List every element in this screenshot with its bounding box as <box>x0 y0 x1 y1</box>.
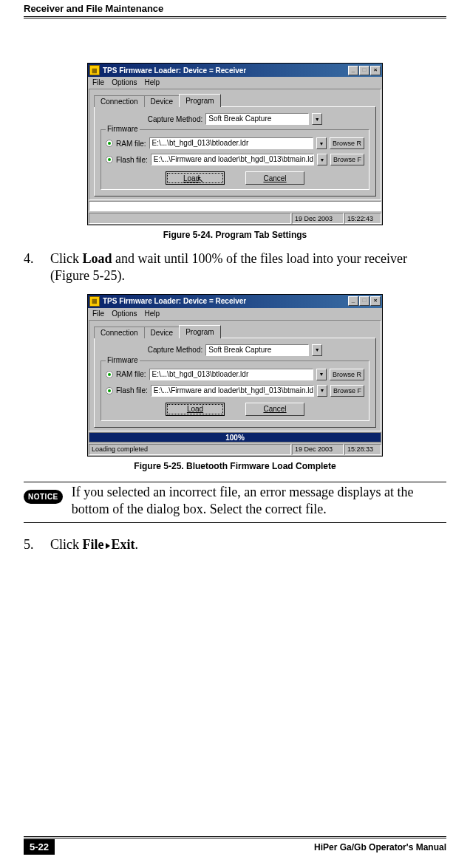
capture-method-select[interactable]: Soft Break Capture <box>205 344 309 356</box>
status-message <box>89 213 291 224</box>
menu-options[interactable]: Options <box>112 310 137 318</box>
titlebar: ▦ TPS Firmware Loader: Device = Receiver… <box>88 295 382 308</box>
flash-file-input[interactable]: E:\...\Firmware and loader\bt_hgdl_013\b… <box>151 154 314 165</box>
ram-file-label: RAM file: <box>116 370 146 378</box>
dropdown-icon[interactable]: ▼ <box>317 385 327 397</box>
browse-flash-button[interactable]: Browse F <box>330 154 364 165</box>
close-button[interactable]: × <box>370 66 381 75</box>
load-button[interactable]: Load↖ <box>166 171 225 185</box>
footer-rule-thick <box>24 838 446 838</box>
menu-options[interactable]: Options <box>112 78 137 86</box>
menu-help[interactable]: Help <box>145 78 160 86</box>
cursor-icon: ↖ <box>197 177 204 182</box>
step-5: 5. Click FileExit. <box>24 536 446 553</box>
page-number: 5-22 <box>24 839 55 855</box>
step-text: Click FileExit. <box>50 536 446 553</box>
flash-file-radio[interactable] <box>106 387 113 394</box>
step-number: 4. <box>24 250 50 285</box>
ram-file-radio[interactable] <box>106 140 113 147</box>
footer-manual-title: HiPer Ga/Gb Operator's Manual <box>55 842 446 852</box>
dropdown-icon[interactable]: ▼ <box>317 154 327 165</box>
maximize-button[interactable]: □ <box>359 66 369 75</box>
step-number: 5. <box>24 536 50 553</box>
status-date: 19 Dec 2003 <box>292 213 344 224</box>
window-control-group: _ □ × <box>348 296 381 306</box>
tab-device[interactable]: Device <box>144 327 180 338</box>
flash-file-radio[interactable] <box>106 156 113 163</box>
menubar: File Options Help <box>88 308 382 319</box>
browse-ram-button[interactable]: Browse R <box>330 137 364 149</box>
client-area: Connection Device Program Capture Method… <box>89 89 381 200</box>
tab-connection[interactable]: Connection <box>94 95 145 107</box>
cancel-button[interactable]: Cancel <box>245 403 304 416</box>
tab-program[interactable]: Program <box>179 325 220 338</box>
menu-file[interactable]: File <box>92 78 104 86</box>
tab-page-program: Capture Method: Soft Break Capture ▼ Fir… <box>94 106 376 197</box>
dropdown-icon[interactable]: ▼ <box>312 113 322 125</box>
tab-program[interactable]: Program <box>179 94 220 107</box>
capture-method-label: Capture Method: <box>148 346 203 354</box>
tab-page-program: Capture Method: Soft Break Capture ▼ Fir… <box>94 338 376 428</box>
browse-ram-button[interactable]: Browse R <box>330 369 364 380</box>
browse-flash-button[interactable]: Browse F <box>330 385 364 397</box>
firmware-legend: Firmware <box>106 356 140 364</box>
status-bar: Loading completed 19 Dec 2003 15:28:33 <box>88 443 382 456</box>
ram-file-label: RAM file: <box>116 140 146 148</box>
header-title: Receiver and File Maintenance <box>24 3 163 14</box>
window-title: TPS Firmware Loader: Device = Receiver <box>103 66 348 75</box>
status-message: Loading completed <box>89 444 291 455</box>
firmware-group: Firmware RAM file: E:\...\bt_hgdl_013\bt… <box>101 129 369 190</box>
minimize-button[interactable]: _ <box>348 66 358 75</box>
running-header: Receiver and File Maintenance <box>24 0 446 16</box>
capture-method-select[interactable]: Soft Break Capture <box>205 113 309 125</box>
header-rule-thick <box>24 16 446 17</box>
header-rule-thin <box>24 18 446 18</box>
notice-box: NOTICE If you selected an incorrect file… <box>24 482 446 522</box>
figure-caption: Figure 5-25. Bluetooth Firmware Load Com… <box>24 461 446 471</box>
page-footer: 5-22 HiPer Ga/Gb Operator's Manual <box>0 836 470 855</box>
dropdown-icon[interactable]: ▼ <box>316 137 327 149</box>
menu-help[interactable]: Help <box>145 310 160 318</box>
menubar: File Options Help <box>88 77 382 88</box>
maximize-button[interactable]: □ <box>359 296 369 306</box>
figure-5-25: ▦ TPS Firmware Loader: Device = Receiver… <box>24 294 446 457</box>
tab-connection[interactable]: Connection <box>94 327 145 338</box>
figure-caption: Figure 5-24. Program Tab Settings <box>24 230 446 240</box>
client-area: Connection Device Program Capture Method… <box>89 320 381 431</box>
tab-device[interactable]: Device <box>144 95 180 107</box>
load-button[interactable]: Load <box>166 403 225 416</box>
menu-arrow-icon <box>106 543 110 549</box>
step-text: Click Load and wait until 100% of the fi… <box>50 250 446 285</box>
ram-file-input[interactable]: E:\...\bt_hgdl_013\btloader.ldr <box>149 137 313 149</box>
flash-file-label: Flash file: <box>116 156 148 164</box>
window-control-group: _ □ × <box>348 66 381 75</box>
close-button[interactable]: × <box>370 296 381 306</box>
notice-badge: NOTICE <box>24 490 63 504</box>
window-title: TPS Firmware Loader: Device = Receiver <box>103 297 348 305</box>
progress-bar: 100% <box>89 432 381 442</box>
app-window: ▦ TPS Firmware Loader: Device = Receiver… <box>87 294 383 457</box>
menu-file[interactable]: File <box>92 310 104 318</box>
app-icon: ▦ <box>89 65 100 75</box>
status-time: 15:28:33 <box>344 444 381 455</box>
ram-file-radio[interactable] <box>106 371 113 378</box>
notice-text: If you selected an incorrect file, an er… <box>72 484 446 518</box>
tab-strip: Connection Device Program <box>94 94 376 107</box>
notice-rule-bottom <box>24 522 446 523</box>
step-4: 4. Click Load and wait until 100% of the… <box>24 250 446 285</box>
minimize-button[interactable]: _ <box>348 296 358 306</box>
firmware-legend: Firmware <box>106 125 140 133</box>
status-time: 15:22:43 <box>344 213 381 224</box>
figure-5-24: ▦ TPS Firmware Loader: Device = Receiver… <box>24 63 446 225</box>
dropdown-icon[interactable]: ▼ <box>316 369 327 380</box>
ram-file-input[interactable]: E:\...\bt_hgdl_013\btloader.ldr <box>149 369 313 380</box>
cancel-button[interactable]: Cancel <box>245 171 304 185</box>
titlebar: ▦ TPS Firmware Loader: Device = Receiver… <box>88 64 382 77</box>
flash-file-input[interactable]: E:\...\Firmware and loader\bt_hgdl_013\b… <box>151 385 314 397</box>
tab-strip: Connection Device Program <box>94 325 376 338</box>
app-window: ▦ TPS Firmware Loader: Device = Receiver… <box>87 63 383 225</box>
dropdown-icon[interactable]: ▼ <box>312 344 322 356</box>
progress-bar-empty <box>89 201 381 211</box>
app-icon: ▦ <box>89 296 100 307</box>
status-date: 19 Dec 2003 <box>292 444 344 455</box>
